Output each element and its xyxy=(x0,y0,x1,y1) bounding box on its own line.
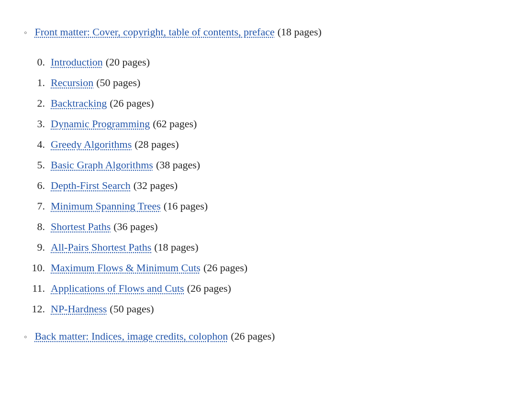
toc-container: ◦Front matter: Cover, copyright, table o… xyxy=(19,14,507,361)
toc-pages: (18 pages) xyxy=(278,24,322,40)
toc-pages: (16 pages) xyxy=(164,198,208,214)
list-item: 6.Depth-First Search (32 pages) xyxy=(24,177,502,193)
toc-number: 1. xyxy=(24,75,45,90)
toc-pages: (62 pages) xyxy=(153,116,197,132)
list-item: 4.Greedy Algorithms (28 pages) xyxy=(24,136,502,152)
toc-link[interactable]: Applications of Flows and Cuts xyxy=(51,280,184,296)
toc-pages: (38 pages) xyxy=(156,157,200,173)
bullet-marker: ◦ xyxy=(24,331,27,343)
toc-number: 4. xyxy=(24,136,45,152)
toc-pages: (26 pages) xyxy=(203,260,247,276)
bullet-marker: ◦ xyxy=(24,26,27,39)
toc-link[interactable]: Introduction xyxy=(51,54,103,70)
list-item: 5.Basic Graph Algorithms (38 pages) xyxy=(24,157,502,173)
toc-number: 8. xyxy=(24,219,45,234)
list-item: 2.Backtracking (26 pages) xyxy=(24,95,502,111)
list-item: 7.Minimum Spanning Trees (16 pages) xyxy=(24,198,502,214)
list-item: 9.All-Pairs Shortest Paths (18 pages) xyxy=(24,239,502,255)
list-item: 12.NP-Hardness (50 pages) xyxy=(24,301,502,317)
toc-link[interactable]: Front matter: Cover, copyright, table of… xyxy=(34,24,274,40)
list-item: ◦Back matter: Indices, image credits, co… xyxy=(24,328,502,344)
toc-number: 9. xyxy=(24,239,45,255)
list-item: 10.Maximum Flows & Minimum Cuts (26 page… xyxy=(24,260,502,276)
toc-pages: (18 pages) xyxy=(154,239,198,255)
toc-link[interactable]: NP-Hardness xyxy=(51,301,107,317)
toc-pages: (32 pages) xyxy=(134,177,178,193)
toc-pages: (26 pages) xyxy=(110,95,154,111)
toc-link[interactable]: All-Pairs Shortest Paths xyxy=(51,239,151,255)
list-item: ◦Front matter: Cover, copyright, table o… xyxy=(24,24,502,40)
toc-pages: (26 pages) xyxy=(231,328,275,344)
spacer-1 xyxy=(24,47,502,54)
toc-number: 2. xyxy=(24,95,45,111)
toc-link[interactable]: Shortest Paths xyxy=(51,219,111,234)
toc-pages: (20 pages) xyxy=(106,54,150,70)
toc-pages: (50 pages) xyxy=(96,75,140,90)
toc-number: 5. xyxy=(24,157,45,173)
toc-pages: (26 pages) xyxy=(187,280,231,296)
toc-link[interactable]: Recursion xyxy=(51,75,93,90)
toc-link[interactable]: Maximum Flows & Minimum Cuts xyxy=(51,260,201,276)
toc-link[interactable]: Greedy Algorithms xyxy=(51,136,132,152)
list-item: 1.Recursion (50 pages) xyxy=(24,75,502,90)
list-item: 3.Dynamic Programming (62 pages) xyxy=(24,116,502,132)
toc-link[interactable]: Basic Graph Algorithms xyxy=(51,157,153,173)
list-item: 8.Shortest Paths (36 pages) xyxy=(24,219,502,234)
toc-link[interactable]: Back matter: Indices, image credits, col… xyxy=(34,328,228,344)
toc-number: 7. xyxy=(24,198,45,214)
spacer-15 xyxy=(24,321,502,328)
toc-number: 3. xyxy=(24,116,45,132)
toc-number: 12. xyxy=(24,301,45,317)
toc-link[interactable]: Depth-First Search xyxy=(51,177,131,193)
list-item: 0.Introduction (20 pages) xyxy=(24,54,502,70)
list-item: 11.Applications of Flows and Cuts (26 pa… xyxy=(24,280,502,296)
toc-link[interactable]: Dynamic Programming xyxy=(51,116,150,132)
toc-link[interactable]: Minimum Spanning Trees xyxy=(51,198,161,214)
toc-link[interactable]: Backtracking xyxy=(51,95,107,111)
toc-pages: (36 pages) xyxy=(113,219,157,234)
toc-number: 6. xyxy=(24,177,45,193)
toc-pages: (28 pages) xyxy=(134,136,179,152)
toc-number: 11. xyxy=(24,280,45,296)
toc-pages: (50 pages) xyxy=(110,301,154,317)
toc-number: 0. xyxy=(24,54,45,70)
toc-number: 10. xyxy=(24,260,45,276)
